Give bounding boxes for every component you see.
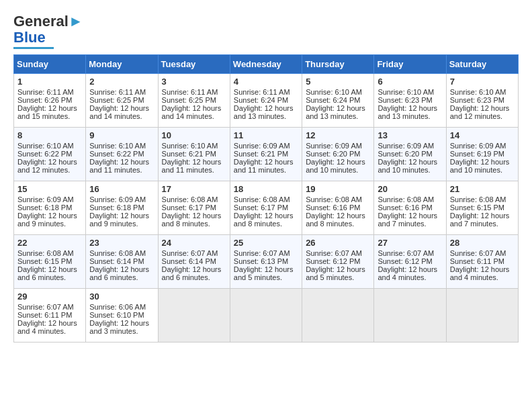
- daylight-text: Daylight: 12 hours: [89, 104, 154, 112]
- calendar-cell: 10Sunrise: 6:10 AMSunset: 6:21 PMDayligh…: [158, 128, 230, 181]
- calendar-cell: 4Sunrise: 6:11 AMSunset: 6:24 PMDaylight…: [230, 74, 302, 128]
- daylight-text-cont: and 13 minutes.: [234, 112, 298, 120]
- day-number: 13: [378, 130, 442, 140]
- daylight-text: Daylight: 12 hours: [89, 319, 154, 327]
- daylight-text: Daylight: 12 hours: [234, 158, 298, 166]
- daylight-text: Daylight: 12 hours: [89, 212, 154, 220]
- sunrise-text: Sunrise: 6:11 AM: [89, 88, 154, 96]
- day-number: 20: [378, 184, 442, 194]
- daylight-text: Daylight: 12 hours: [234, 104, 298, 112]
- calendar-cell: 1Sunrise: 6:11 AMSunset: 6:26 PMDaylight…: [14, 74, 86, 128]
- daylight-text: Daylight: 12 hours: [450, 212, 515, 220]
- sunrise-text: Sunrise: 6:07 AM: [306, 249, 370, 257]
- daylight-text-cont: and 7 minutes.: [450, 220, 515, 228]
- calendar-week-4: 29Sunrise: 6:07 AMSunset: 6:11 PMDayligh…: [14, 289, 519, 342]
- calendar-cell: 29Sunrise: 6:07 AMSunset: 6:11 PMDayligh…: [14, 289, 86, 342]
- calendar-week-0: 1Sunrise: 6:11 AMSunset: 6:26 PMDaylight…: [14, 74, 519, 128]
- sunrise-text: Sunrise: 6:11 AM: [234, 88, 298, 96]
- day-number: 30: [89, 291, 154, 302]
- day-number: 22: [17, 238, 82, 248]
- day-number: 27: [378, 238, 442, 248]
- sunrise-text: Sunrise: 6:09 AM: [234, 142, 298, 150]
- daylight-text-cont: and 15 minutes.: [17, 112, 82, 120]
- sunrise-text: Sunrise: 6:08 AM: [450, 195, 515, 203]
- day-number: 2: [89, 77, 154, 87]
- sunset-text: Sunset: 6:10 PM: [89, 311, 154, 319]
- daylight-text-cont: and 3 minutes.: [89, 327, 154, 335]
- calendar-cell: 13Sunrise: 6:09 AMSunset: 6:20 PMDayligh…: [374, 128, 446, 181]
- calendar-cell: [230, 289, 302, 342]
- daylight-text-cont: and 4 minutes.: [450, 273, 515, 281]
- sunrise-text: Sunrise: 6:07 AM: [378, 249, 442, 257]
- daylight-text: Daylight: 12 hours: [306, 212, 370, 220]
- calendar-cell: 5Sunrise: 6:10 AMSunset: 6:24 PMDaylight…: [302, 74, 374, 128]
- calendar-cell: 26Sunrise: 6:07 AMSunset: 6:12 PMDayligh…: [302, 235, 374, 289]
- daylight-text-cont: and 5 minutes.: [234, 273, 298, 281]
- day-number: 3: [162, 77, 226, 87]
- sunset-text: Sunset: 6:16 PM: [378, 203, 442, 212]
- day-number: 1: [17, 77, 82, 87]
- day-number: 18: [234, 184, 298, 194]
- daylight-text-cont: and 13 minutes.: [378, 112, 442, 120]
- col-header-thursday: Thursday: [302, 55, 374, 74]
- daylight-text-cont: and 8 minutes.: [234, 220, 298, 228]
- logo-general: General: [13, 13, 69, 30]
- sunset-text: Sunset: 6:12 PM: [378, 257, 442, 265]
- sunrise-text: Sunrise: 6:07 AM: [234, 249, 298, 257]
- calendar-cell: 22Sunrise: 6:08 AMSunset: 6:15 PMDayligh…: [14, 235, 86, 289]
- daylight-text-cont: and 11 minutes.: [234, 166, 298, 174]
- calendar-cell: 6Sunrise: 6:10 AMSunset: 6:23 PMDaylight…: [374, 74, 446, 128]
- daylight-text: Daylight: 12 hours: [89, 158, 154, 166]
- calendar-cell: 16Sunrise: 6:09 AMSunset: 6:18 PMDayligh…: [86, 181, 158, 235]
- day-number: 21: [450, 184, 515, 194]
- calendar-cell: 27Sunrise: 6:07 AMSunset: 6:12 PMDayligh…: [374, 235, 446, 289]
- daylight-text-cont: and 9 minutes.: [17, 220, 82, 228]
- daylight-text-cont: and 11 minutes.: [89, 166, 154, 174]
- sunset-text: Sunset: 6:14 PM: [162, 257, 226, 265]
- day-number: 28: [450, 238, 515, 248]
- daylight-text: Daylight: 12 hours: [17, 104, 82, 112]
- day-number: 16: [89, 184, 154, 194]
- calendar-body: 1Sunrise: 6:11 AMSunset: 6:26 PMDaylight…: [14, 74, 519, 342]
- calendar-table: SundayMondayTuesdayWednesdayThursdayFrid…: [13, 54, 519, 342]
- daylight-text: Daylight: 12 hours: [89, 265, 154, 273]
- daylight-text-cont: and 14 minutes.: [162, 112, 226, 120]
- sunset-text: Sunset: 6:23 PM: [450, 96, 515, 104]
- daylight-text-cont: and 11 minutes.: [162, 166, 226, 174]
- calendar-week-2: 15Sunrise: 6:09 AMSunset: 6:18 PMDayligh…: [14, 181, 519, 235]
- sunset-text: Sunset: 6:25 PM: [162, 96, 226, 104]
- calendar-cell: 15Sunrise: 6:09 AMSunset: 6:18 PMDayligh…: [14, 181, 86, 235]
- calendar-cell: 12Sunrise: 6:09 AMSunset: 6:20 PMDayligh…: [302, 128, 374, 181]
- col-header-friday: Friday: [374, 55, 446, 74]
- daylight-text-cont: and 8 minutes.: [162, 220, 226, 228]
- day-number: 5: [306, 77, 370, 87]
- sunrise-text: Sunrise: 6:07 AM: [450, 249, 515, 257]
- daylight-text: Daylight: 12 hours: [17, 319, 82, 327]
- page-header: General► Blue: [13, 13, 519, 49]
- sunrise-text: Sunrise: 6:09 AM: [378, 142, 442, 150]
- daylight-text: Daylight: 12 hours: [378, 265, 442, 273]
- calendar-week-3: 22Sunrise: 6:08 AMSunset: 6:15 PMDayligh…: [14, 235, 519, 289]
- sunrise-text: Sunrise: 6:08 AM: [17, 249, 82, 257]
- col-header-saturday: Saturday: [446, 55, 518, 74]
- daylight-text-cont: and 12 minutes.: [450, 112, 515, 120]
- calendar-cell: 20Sunrise: 6:08 AMSunset: 6:16 PMDayligh…: [374, 181, 446, 235]
- calendar-cell: 28Sunrise: 6:07 AMSunset: 6:11 PMDayligh…: [446, 235, 518, 289]
- sunset-text: Sunset: 6:15 PM: [450, 203, 515, 212]
- sunset-text: Sunset: 6:20 PM: [306, 150, 370, 158]
- daylight-text: Daylight: 12 hours: [450, 104, 515, 112]
- daylight-text: Daylight: 12 hours: [450, 158, 515, 166]
- sunset-text: Sunset: 6:21 PM: [162, 150, 226, 158]
- daylight-text-cont: and 13 minutes.: [306, 112, 370, 120]
- day-number: 8: [17, 130, 82, 140]
- daylight-text: Daylight: 12 hours: [306, 104, 370, 112]
- sunset-text: Sunset: 6:22 PM: [89, 150, 154, 158]
- calendar-cell: 3Sunrise: 6:11 AMSunset: 6:25 PMDaylight…: [158, 74, 230, 128]
- day-number: 10: [162, 130, 226, 140]
- sunrise-text: Sunrise: 6:07 AM: [17, 303, 82, 311]
- sunset-text: Sunset: 6:22 PM: [17, 150, 82, 158]
- sunrise-text: Sunrise: 6:08 AM: [306, 195, 370, 203]
- calendar-cell: [158, 289, 230, 342]
- col-header-tuesday: Tuesday: [158, 55, 230, 74]
- day-number: 25: [234, 238, 298, 248]
